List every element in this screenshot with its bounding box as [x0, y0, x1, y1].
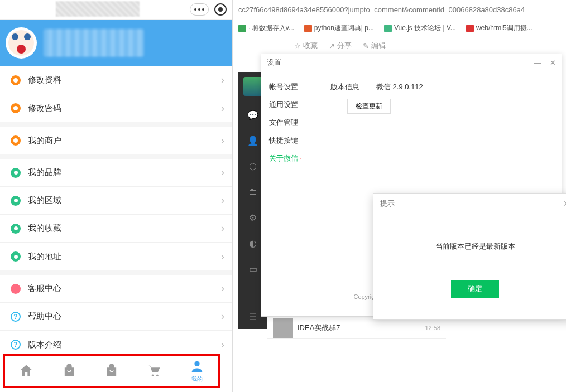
prompt-message: 当前版本已经是最新版本 [373, 213, 566, 280]
menu-item-my-favorites[interactable]: 我的收藏› [0, 215, 232, 243]
tab-home[interactable] [18, 363, 34, 379]
tab-bag1[interactable] [61, 363, 77, 379]
bookmark-item[interactable]: web/html5调用摄... [466, 23, 533, 33]
mobile-panel: 修改资料›修改密码›我的商户›我的品牌›我的区域›我的收藏›我的地址›客服中心›… [0, 0, 233, 392]
chevron-right-icon: › [221, 283, 224, 294]
settings-nav-about[interactable]: 关于微信 · [269, 153, 319, 163]
menu-icon[interactable]: ☰ [246, 310, 260, 323]
tab-cart[interactable] [146, 363, 162, 379]
page-toolbar: ☆ 收藏 ↗ 分享 ✎ 编辑 [233, 37, 566, 54]
menu-label: 修改密码 [28, 103, 221, 114]
my-favorites-icon [11, 224, 21, 234]
menu-label: 我的商户 [28, 135, 221, 146]
bookmark-label: · 将数据存入v... [248, 23, 294, 33]
chevron-right-icon: › [221, 251, 224, 263]
menu-label: 我的收藏 [28, 223, 221, 234]
chevron-right-icon: › [221, 74, 224, 86]
bookmark-item[interactable]: python速查词典| p... [304, 23, 374, 33]
my-merchant-icon [11, 135, 21, 146]
close-capsule-icon[interactable] [214, 3, 227, 16]
menu-item-support[interactable]: 客服中心› [0, 275, 232, 303]
bookmark-item[interactable]: Vue.js 技术论坛 | V... [384, 23, 456, 33]
close-icon[interactable]: ✕ [550, 59, 556, 67]
tab-mine[interactable]: 我的 [189, 359, 205, 383]
settings-nav-files[interactable]: 文件管理 [269, 118, 319, 128]
more-icon[interactable] [190, 3, 209, 16]
settings-nav-general[interactable]: 通用设置 [269, 100, 319, 110]
help-icon: ? [11, 312, 21, 322]
minimize-icon[interactable]: — [534, 59, 541, 67]
settings-icon[interactable]: ⚙ [246, 211, 260, 224]
edit-profile-icon [11, 75, 21, 85]
chat-list-item[interactable]: IDEA实战群7 12:58 [267, 317, 446, 339]
bookmark-item[interactable]: · 将数据存入v... [238, 23, 294, 33]
settings-title: 设置 [267, 57, 281, 67]
browser-area: cc27f66c498d8694a34e8556000?jumpto=comme… [233, 0, 566, 392]
prompt-dialog: 提示 ✕ 当前版本已经是最新版本 确定 [373, 193, 566, 320]
version-value: 微信 2.9.0.112 [376, 82, 423, 92]
chevron-right-icon: › [221, 103, 224, 114]
version-icon: ? [11, 340, 21, 350]
favorite-button[interactable]: ☆ 收藏 [294, 41, 318, 51]
check-update-button[interactable]: 检查更新 [347, 99, 391, 114]
favorites-icon[interactable]: ⬡ [246, 159, 260, 173]
tab-bag2[interactable] [104, 363, 119, 379]
bookmark-favicon [466, 25, 474, 32]
username-blur [44, 29, 144, 57]
prompt-title: 提示 [380, 199, 395, 209]
menu-label: 我的地址 [28, 251, 221, 262]
my-address-icon [11, 251, 21, 262]
chat-icon[interactable]: 💬 [246, 108, 260, 122]
chevron-right-icon: › [221, 339, 224, 351]
wechat-avatar[interactable] [243, 77, 262, 96]
chevron-right-icon: › [221, 311, 224, 322]
my-brand-icon [11, 168, 21, 178]
avatar[interactable] [6, 27, 37, 59]
menu-item-my-address[interactable]: 我的地址› [0, 243, 232, 270]
menu-item-edit-profile[interactable]: 修改资料› [0, 66, 232, 94]
share-button[interactable]: ↗ 分享 [329, 41, 352, 51]
edit-button[interactable]: ✎ 编辑 [363, 41, 386, 51]
chevron-right-icon: › [221, 195, 224, 206]
menu-item-my-merchant[interactable]: 我的商户› [0, 127, 232, 154]
contacts-icon[interactable]: 👤 [246, 134, 260, 147]
prompt-close-icon[interactable]: ✕ [563, 199, 566, 208]
menu-item-my-brand[interactable]: 我的品牌› [0, 159, 232, 187]
moments-icon[interactable]: ◐ [246, 236, 260, 250]
menu-item-my-region[interactable]: 我的区域› [0, 187, 232, 215]
menu-list: 修改资料›修改密码›我的商户›我的品牌›我的区域›我的收藏›我的地址›客服中心›… [0, 66, 232, 359]
chat-name: IDEA实战群7 [298, 323, 420, 333]
menu-label: 帮助中心 [28, 311, 221, 322]
phone-icon[interactable]: ▭ [246, 262, 260, 275]
prompt-ok-button[interactable]: 确定 [451, 280, 499, 298]
svg-point-2 [194, 361, 199, 366]
profile-header [0, 20, 232, 66]
menu-label: 我的区域 [28, 195, 221, 206]
menu-item-help[interactable]: ?帮助中心› [0, 303, 232, 331]
version-label: 版本信息 [330, 82, 359, 92]
url-bar[interactable]: cc27f66c498d8694a34e8556000?jumpto=comme… [233, 0, 566, 20]
menu-label: 客服中心 [28, 283, 221, 294]
menu-label: 版本介绍 [28, 340, 221, 350]
settings-nav-shortcuts[interactable]: 快捷按键 [269, 135, 319, 146]
mini-program-topbar [0, 0, 232, 20]
bookmark-label: python速查词典| p... [314, 23, 374, 33]
menu-item-edit-password[interactable]: 修改密码› [0, 94, 232, 122]
settings-nav: 帐号设置通用设置文件管理快捷按键关于微信 · [269, 82, 319, 283]
bookmark-label: web/html5调用摄... [476, 23, 533, 33]
svg-point-0 [152, 374, 154, 376]
settings-titlebar: 设置 — ✕ [261, 54, 562, 71]
chevron-right-icon: › [221, 167, 224, 178]
settings-window: 设置 — ✕ 帐号设置通用设置文件管理快捷按键关于微信 · 版本信息 微信 2.… [261, 54, 562, 317]
settings-nav-account[interactable]: 帐号设置 [269, 82, 319, 92]
bookmark-label: Vue.js 技术论坛 | V... [394, 23, 456, 33]
files-icon[interactable]: 🗀 [246, 185, 260, 199]
chat-time: 12:58 [425, 325, 440, 331]
bookmark-favicon [384, 25, 392, 32]
bookmarks-bar: · 将数据存入v...python速查词典| p...Vue.js 技术论坛 |… [233, 20, 566, 37]
support-icon [11, 284, 21, 294]
menu-label: 修改资料 [28, 75, 221, 85]
group-avatar-icon [273, 318, 293, 338]
bookmark-favicon [304, 25, 312, 32]
menu-label: 我的品牌 [28, 167, 221, 178]
